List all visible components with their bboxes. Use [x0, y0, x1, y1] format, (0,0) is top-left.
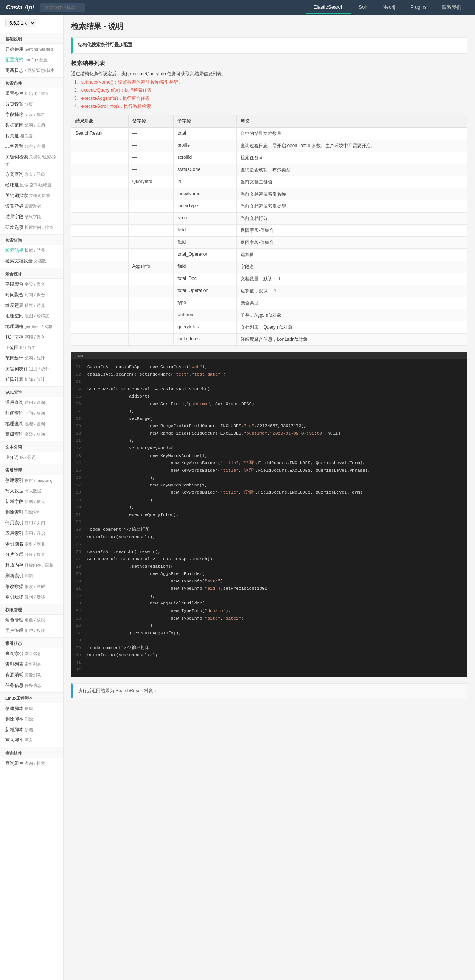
sidebar-item[interactable]: 停用索引 停用 / 关闭 [0, 517, 63, 528]
sidebar-item[interactable]: 嵌套查询 嵌套 / 子级 [0, 169, 63, 180]
sidebar-item[interactable]: TOP文档 字段 / 聚合 [0, 332, 63, 342]
sidebar-item[interactable]: 写入脚本 写入 [0, 735, 63, 746]
code-text: new SortField("pubtime", SortOrder.DESC) [87, 401, 254, 406]
sidebar-item[interactable]: 矩阵计算 矩阵 / 统计 [0, 374, 63, 385]
sidebar-item-main: IP范围 [5, 345, 19, 350]
cell-desc: 查询是否成功，布尔类型 [237, 164, 467, 176]
sidebar-item[interactable]: 分页设置 分页 [0, 99, 63, 109]
cell-father: AggsInfo [128, 261, 173, 273]
sidebar-item[interactable]: 分片管理 分片 / 数量 [0, 549, 63, 560]
search-input[interactable] [40, 3, 86, 12]
sidebar-item[interactable]: 配置方式 config / 配置 [0, 54, 63, 65]
sidebar-item[interactable]: 新增脚本 新增 [0, 724, 63, 735]
note-text: 执行后返回结果为 SearchResult 对象： [78, 688, 158, 693]
version-select[interactable]: 5.6.3.1.x [5, 19, 36, 27]
nav-link-solr[interactable]: Solr [351, 1, 375, 14]
sidebar-item[interactable]: 字段排序 字段 / 排序 [0, 109, 63, 120]
line-number: 07. [76, 409, 84, 414]
sidebar-item[interactable]: 字段聚合 字段 / 聚合 [0, 279, 63, 290]
sidebar-item[interactable]: 新增字段 新增 / 插入 [0, 496, 63, 507]
sidebar-item[interactable]: 角色管理 角色 / 权限 [0, 615, 63, 625]
sidebar-item[interactable]: 设置游标 设置游标 [0, 201, 63, 212]
sidebar-item[interactable]: 任务信息 任务信息 [0, 680, 63, 690]
sidebar-item[interactable]: 索引列表 索引列表 [0, 659, 63, 670]
sidebar-item[interactable]: 研发选项 检索时间 / 排查 [0, 222, 63, 232]
page-title: 检索结果 - 说明 [71, 21, 467, 32]
sidebar-item[interactable]: 经纬度 区域/空间/经纬度 [0, 180, 63, 190]
sidebar-item[interactable]: 重置条件 初始化 / 重置 [0, 88, 63, 99]
sidebar-item[interactable]: 开始使用 Getting Started [0, 44, 63, 54]
line-number: 09. [76, 423, 84, 428]
line-number: 18. [76, 490, 84, 495]
nav-links: ElasticSearch Solr Neo4j Plugins 联系我们 [306, 1, 469, 14]
sidebar-item[interactable]: 维度运算 精度 / 运算 [0, 300, 63, 310]
nav-link-neo4j[interactable]: Neo4j [375, 1, 403, 14]
sidebar-item-main: 地理查询 [5, 421, 24, 426]
sidebar-item-sub: 创建 [25, 706, 33, 711]
line-number: 36. [76, 623, 84, 628]
cell-child: indexName [173, 188, 237, 200]
sidebar-item[interactable]: 资源消耗 资源消耗 [0, 670, 63, 680]
sidebar-item[interactable]: 地理查询 地理 / 查询 [0, 418, 63, 429]
sidebar-item-sub: 索引信息 [25, 651, 41, 656]
sidebar-item[interactable]: 创建脚本 创建 [0, 703, 63, 714]
sidebar-item[interactable]: 关键词探索 关键词探索 [0, 190, 63, 201]
sidebar-item-sub: 复制 / 迁移 [25, 595, 44, 599]
description-intro: 通过结构化条件设定后，执行executeQueryInfo 任务可获取到结果信息… [71, 70, 467, 111]
sidebar-item[interactable]: 数据范围 范围 / 应用 [0, 120, 63, 130]
sidebar-item[interactable]: 非空设置 非空 / 空属 [0, 141, 63, 152]
line-number: 23. [76, 527, 84, 532]
sidebar-item[interactable]: 索引迁移 复制 / 迁移 [0, 592, 63, 602]
sidebar-item[interactable]: IP范围 IP / 范围 [0, 342, 63, 353]
sidebar-item[interactable]: 修改数据 修改 / 注解 [0, 581, 63, 592]
code-line: 34. new TypeInfo("domain"), [76, 607, 463, 615]
sidebar-item[interactable]: 时间查询 时间 / 查询 [0, 408, 63, 418]
sidebar-item[interactable]: 释放内存 释放内存 / 刷新 [0, 560, 63, 570]
sidebar-item[interactable]: 关键词统计 过滤 / 统计 [0, 363, 63, 374]
sidebar-item[interactable]: 检索文档数量 文档数 [0, 256, 63, 266]
nav-link-plugins[interactable]: Plugins [403, 1, 434, 14]
sidebar-item[interactable]: 高级查询 高级 / 查询 [0, 429, 63, 439]
sidebar-item-sub: IK / 分词 [20, 455, 36, 460]
sidebar-item[interactable]: 通用查询 通用 / 查询 [0, 397, 63, 408]
nav-link-contact[interactable]: 联系我们 [434, 1, 469, 14]
sidebar-item[interactable]: 检索结果 检索 / 结果 [0, 245, 63, 256]
sidebar-item[interactable]: 索引别名 索引 / 别名 [0, 539, 63, 549]
code-line: 23."code-comment">//输出打印 [76, 526, 463, 533]
sidebar-item[interactable]: 刷新索引 刷新 [0, 570, 63, 581]
sidebar-item[interactable]: 删除脚本 删除 [0, 714, 63, 724]
sidebar-item[interactable]: 应用索引 应用 / 开启 [0, 528, 63, 539]
cell-desc: 查询过程日志，需开启 openProfile 参数。生产环境中不需要开启。 [237, 140, 467, 152]
sidebar-item[interactable]: 查询组件 查询 / 检索 [0, 758, 63, 768]
sidebar-item[interactable]: 时间聚合 时间 / 聚合 [0, 290, 63, 300]
sidebar-item[interactable]: 查询索引 索引信息 [0, 648, 63, 659]
sidebar-item[interactable]: 关键词检索 关键词/过滤/原子 [0, 152, 63, 169]
nav-link-elasticsearch[interactable]: ElasticSearch [306, 1, 351, 14]
cell-parent [71, 261, 129, 273]
code-line: 29. new AggsFieldBuilder( [76, 570, 463, 578]
sidebar-item-sub: 设置游标 [25, 204, 41, 208]
sidebar-item[interactable]: 地理网格 geohash / 网格 [0, 321, 63, 332]
code-line: 35. new TypeInfo("site","site2") [76, 615, 463, 622]
sidebar-item[interactable]: 地理空间 地图 / 经纬度 [0, 310, 63, 321]
cell-desc: 当前文档打分 [237, 212, 467, 224]
sidebar-item[interactable]: IK分词 IK / 分词 [0, 452, 63, 463]
sidebar-item[interactable]: 创建索引 创建 / mapping [0, 475, 63, 486]
sidebar-item[interactable]: 写入数据 写入数据 [0, 486, 63, 496]
sidebar-item[interactable]: 相关度 相关度 [0, 130, 63, 141]
sidebar-item-main: 配置方式 [5, 57, 24, 62]
table-row: type聚合类型 [71, 297, 467, 309]
sidebar-item[interactable]: 更新日志 • 更新/日志/版本 [0, 65, 63, 76]
sidebar-item-main: 通用查询 [5, 400, 24, 405]
sidebar-item[interactable]: 结果字段 结果字段 [0, 212, 63, 222]
line-number: 24. [76, 535, 84, 539]
sidebar-item-sub: 范围 / 统计 [25, 356, 44, 360]
table-row: lonLatInfos经纬度聚合信息，LonLatInfo对象 [71, 333, 467, 345]
sidebar-section: 检索条件 [0, 77, 63, 88]
cell-child: field [173, 224, 237, 236]
line-number: 39. [76, 645, 84, 650]
cell-father [128, 297, 173, 309]
sidebar-item[interactable]: 用户管理 用户 / 权限 [0, 625, 63, 636]
sidebar-item[interactable]: 范围统计 范围 / 统计 [0, 353, 63, 363]
sidebar-item[interactable]: 删除索引 删除索引 [0, 507, 63, 517]
